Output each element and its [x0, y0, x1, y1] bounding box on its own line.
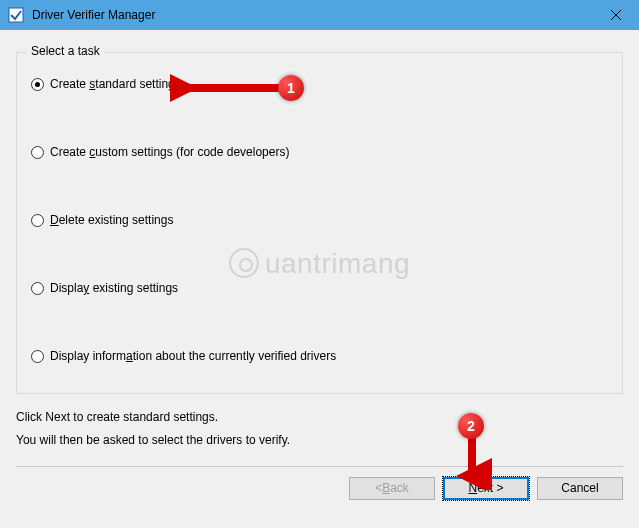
info-text: Click Next to create standard settings. … [16, 406, 623, 452]
app-icon [8, 7, 24, 23]
radio-create-custom[interactable]: Create custom settings (for code develop… [31, 145, 608, 159]
annotation-badge-2: 2 [458, 413, 484, 439]
radio-display-verified[interactable]: Display information about the currently … [31, 349, 608, 363]
radio-create-standard[interactable]: Create standard settings [31, 77, 608, 91]
radio-icon [31, 350, 44, 363]
radio-label: Create standard settings [50, 77, 181, 91]
dialog-client-area: Select a task Create standard settings C… [0, 30, 639, 528]
annotation-arrow-1 [170, 72, 290, 102]
radio-delete-settings[interactable]: Delete existing settings [31, 213, 608, 227]
info-line-1: Click Next to create standard settings. [16, 406, 623, 429]
cancel-button[interactable]: Cancel [537, 477, 623, 500]
radio-label: Create custom settings (for code develop… [50, 145, 289, 159]
radio-display-settings[interactable]: Display existing settings [31, 281, 608, 295]
window-title: Driver Verifier Manager [32, 8, 155, 22]
radio-icon [31, 214, 44, 227]
annotation-arrow-2 [452, 432, 492, 490]
window-titlebar: Driver Verifier Manager [0, 0, 639, 30]
info-line-2: You will then be asked to select the dri… [16, 429, 623, 452]
radio-icon [31, 146, 44, 159]
separator [16, 466, 623, 467]
wizard-button-row: < Back Next > Cancel [16, 477, 623, 500]
radio-icon [31, 78, 44, 91]
annotation-badge-1: 1 [278, 75, 304, 101]
radio-label: Delete existing settings [50, 213, 173, 227]
window-close-button[interactable] [593, 0, 639, 30]
radio-label: Display information about the currently … [50, 349, 336, 363]
radio-list: Create standard settings Create custom s… [31, 71, 608, 363]
back-button[interactable]: < Back [349, 477, 435, 500]
radio-label: Display existing settings [50, 281, 178, 295]
groupbox-legend: Select a task [27, 44, 104, 58]
radio-icon [31, 282, 44, 295]
task-groupbox: Select a task Create standard settings C… [16, 52, 623, 394]
close-icon [611, 10, 621, 20]
